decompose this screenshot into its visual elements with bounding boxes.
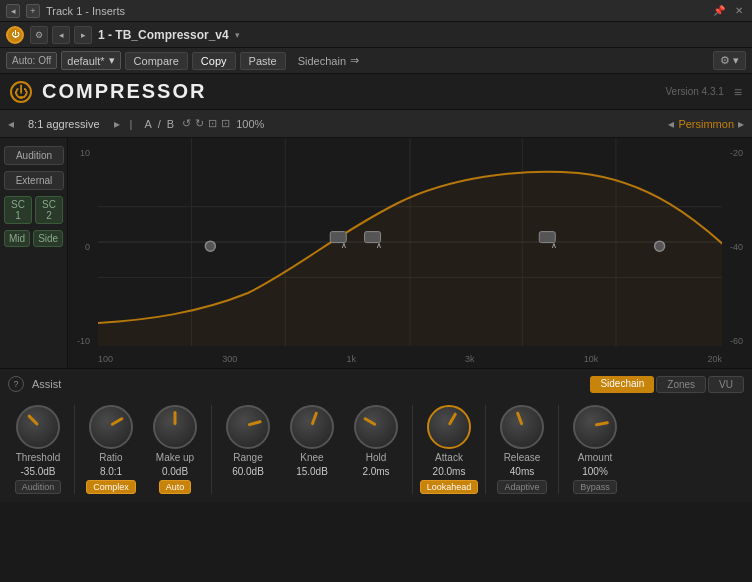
nav-ab-b[interactable]: B: [165, 118, 176, 130]
tab-group: Sidechain Zones VU: [590, 376, 744, 393]
makeup-knob[interactable]: [153, 405, 197, 449]
sc2-button[interactable]: SC 2: [35, 196, 63, 224]
release-label: Release: [504, 452, 541, 463]
sc-buttons: SC 1 SC 2: [4, 196, 63, 224]
preset-next-arrow[interactable]: ▸: [114, 117, 120, 131]
svg-text:∧: ∧: [376, 241, 382, 250]
pin-icon[interactable]: 📌: [712, 4, 726, 18]
ratio-value: 8.0:1: [100, 466, 122, 477]
nav-bar: ◂ 8:1 aggressive ▸ | A / B ↺ ↻ ⊡ ⊡ 100% …: [0, 110, 752, 138]
divider-2: [211, 405, 212, 494]
close-icon[interactable]: ✕: [732, 4, 746, 18]
side-button[interactable]: Side: [33, 230, 63, 247]
threshold-indicator: [27, 414, 39, 426]
threshold-group: Threshold -35.0dB Audition: [8, 405, 68, 494]
device-bar: ⏻ ⚙ ◂ ▸ 1 - TB_Compressor_v4 ▾: [0, 22, 752, 48]
makeup-group: Make up 0.0dB Auto: [145, 405, 205, 494]
toolbar: Auto: Off default* ▾ Compare Copy Paste …: [0, 48, 752, 74]
release-adaptive-button[interactable]: Adaptive: [497, 480, 546, 494]
nav-ab-slash: /: [156, 118, 163, 130]
audition-button[interactable]: Audition: [4, 146, 64, 165]
hold-knob[interactable]: [354, 405, 398, 449]
amount-bypass-button[interactable]: Bypass: [573, 480, 617, 494]
device-next-button[interactable]: ▸: [74, 26, 92, 44]
x-label-100: 100: [98, 354, 113, 364]
nav-paste-icon[interactable]: ⊡: [221, 117, 230, 130]
device-icons: ⚙ ◂ ▸: [30, 26, 92, 44]
release-group: Release 40ms Adaptive: [492, 405, 552, 494]
amount-knob[interactable]: [573, 405, 617, 449]
copy-button[interactable]: Copy: [192, 52, 236, 70]
makeup-auto-button[interactable]: Auto: [159, 480, 192, 494]
device-dropdown-arrow[interactable]: ▾: [235, 30, 240, 40]
amount-value: 100%: [582, 466, 608, 477]
release-knob[interactable]: [500, 405, 544, 449]
ratio-label: Ratio: [99, 452, 122, 463]
device-settings-icon[interactable]: ⚙: [30, 26, 48, 44]
bottom-section: ? Assist Sidechain Zones VU Threshold -3…: [0, 368, 752, 502]
attack-lookahead-button[interactable]: Lookahead: [420, 480, 479, 494]
nav-separator: |: [130, 118, 133, 130]
x-label-10k: 10k: [584, 354, 599, 364]
nav-reset-icon[interactable]: ↺: [182, 117, 191, 130]
y-right-label-neg60: -60: [726, 336, 752, 346]
hold-label: Hold: [366, 452, 387, 463]
plugin-menu-icon[interactable]: ≡: [734, 84, 742, 100]
amount-group: Amount 100% Bypass: [565, 405, 625, 494]
preset-select[interactable]: default* ▾: [61, 51, 120, 70]
plugin-power-button[interactable]: ⏻: [10, 81, 32, 103]
theme-name: Persimmon: [678, 118, 734, 130]
add-insert-button[interactable]: +: [26, 4, 40, 18]
ratio-indicator: [110, 417, 124, 427]
divider-5: [558, 405, 559, 494]
range-value: 60.0dB: [232, 466, 264, 477]
handle-5[interactable]: [655, 241, 665, 251]
tab-zones[interactable]: Zones: [656, 376, 706, 393]
mid-side-buttons: Mid Side: [4, 230, 63, 247]
preset-arrow: ▾: [109, 54, 115, 67]
title-bar-right: 📌 ✕: [712, 4, 746, 18]
ratio-complex-button[interactable]: Complex: [86, 480, 136, 494]
nav-redo-icon[interactable]: ↻: [195, 117, 204, 130]
knee-knob[interactable]: [290, 405, 334, 449]
divider-4: [485, 405, 486, 494]
theme-prev-arrow[interactable]: ◂: [668, 117, 674, 131]
mid-button[interactable]: Mid: [4, 230, 30, 247]
left-panel: Audition External SC 1 SC 2 Mid Side: [0, 138, 68, 368]
attack-label: Attack: [435, 452, 463, 463]
device-power-button[interactable]: ⏻: [6, 26, 24, 44]
compare-button[interactable]: Compare: [125, 52, 188, 70]
preset-prev-arrow[interactable]: ◂: [8, 117, 14, 131]
x-axis: 100 300 1k 3k 10k 20k: [98, 354, 722, 364]
knee-value: 15.0dB: [296, 466, 328, 477]
threshold-audition-button[interactable]: Audition: [15, 480, 62, 494]
tab-vu[interactable]: VU: [708, 376, 744, 393]
threshold-knob[interactable]: [16, 405, 60, 449]
nav-ab-a[interactable]: A: [142, 118, 153, 130]
knee-group: Knee 15.0dB: [282, 405, 342, 477]
assist-icon[interactable]: ?: [8, 376, 24, 392]
tab-sidechain[interactable]: Sidechain: [590, 376, 654, 393]
auto-off-button[interactable]: Auto: Off: [6, 52, 57, 69]
ratio-knob[interactable]: [89, 405, 133, 449]
nav-copy-icon[interactable]: ⊡: [208, 117, 217, 130]
attack-value: 20.0ms: [433, 466, 466, 477]
makeup-indicator: [174, 411, 177, 425]
handle-1[interactable]: [205, 241, 215, 251]
settings-button[interactable]: ⚙ ▾: [713, 51, 746, 70]
range-knob[interactable]: [226, 405, 270, 449]
sc1-button[interactable]: SC 1: [4, 196, 32, 224]
assist-label: Assist: [32, 378, 61, 390]
sidechain-icon[interactable]: ⇒: [350, 54, 359, 67]
attack-knob[interactable]: [427, 405, 471, 449]
threshold-label: Threshold: [16, 452, 60, 463]
y-right-label-neg20: -20: [726, 148, 752, 158]
external-button[interactable]: External: [4, 171, 64, 190]
device-prev-button[interactable]: ◂: [52, 26, 70, 44]
window-title: Track 1 - Inserts: [46, 5, 125, 17]
amount-label: Amount: [578, 452, 612, 463]
device-name: 1 - TB_Compressor_v4: [98, 28, 229, 42]
nav-back-button[interactable]: ◂: [6, 4, 20, 18]
paste-button[interactable]: Paste: [240, 52, 286, 70]
theme-next-arrow[interactable]: ▸: [738, 117, 744, 131]
